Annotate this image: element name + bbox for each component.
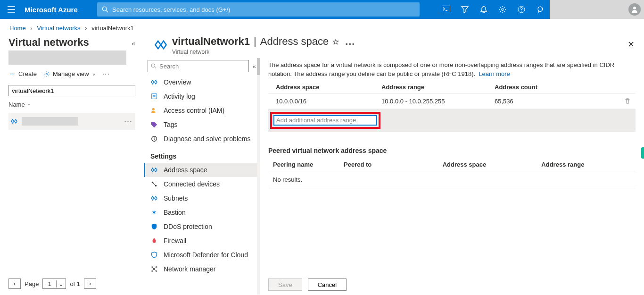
- nav-activity-log[interactable]: Activity log: [144, 89, 260, 103]
- learn-more-link[interactable]: Learn more: [479, 70, 510, 77]
- svg-point-5: [46, 73, 48, 75]
- pager-page-select[interactable]: 1 ⌄: [42, 278, 66, 289]
- manage-view-button[interactable]: Manage view ⌄: [43, 70, 96, 77]
- cloud-shell-icon[interactable]: [437, 0, 455, 19]
- brand-label: Microsoft Azure: [23, 6, 93, 14]
- help-icon[interactable]: [512, 0, 531, 19]
- pager-prev[interactable]: ‹: [8, 278, 21, 289]
- svg-point-2: [502, 8, 504, 11]
- favorite-star-icon[interactable]: ☆: [332, 37, 339, 46]
- shield-icon: [150, 223, 158, 230]
- feedback-icon[interactable]: [531, 0, 550, 19]
- breadcrumb-current: virtualNetwork1: [91, 25, 134, 32]
- nav-overview[interactable]: Overview: [144, 75, 260, 89]
- sidenav-search[interactable]: [148, 60, 249, 72]
- subscription-placeholder: [8, 51, 126, 65]
- vnet-icon: [150, 78, 158, 86]
- address-space-icon: [150, 166, 158, 174]
- breadcrumb-vnets[interactable]: Virtual networks: [37, 25, 80, 32]
- nav-ddos[interactable]: DDoS protection: [144, 219, 260, 234]
- global-search[interactable]: [97, 2, 420, 17]
- settings-icon[interactable]: [493, 0, 512, 19]
- nav-bastion[interactable]: ✶ Bastion: [144, 205, 260, 219]
- vnet-icon: [10, 118, 18, 125]
- name-column-header[interactable]: Name ↑: [8, 101, 135, 108]
- nav-firewall[interactable]: Firewall: [144, 234, 260, 248]
- breadcrumb: Home › Virtual networks › virtualNetwork…: [0, 19, 644, 35]
- resource-type-label: Virtual network: [172, 49, 627, 55]
- collapse-sidenav[interactable]: «: [253, 63, 256, 70]
- item-more-actions[interactable]: ···: [124, 117, 133, 126]
- subnets-icon: [150, 194, 158, 202]
- chevron-down-icon: ⌄: [56, 280, 66, 287]
- firewall-icon: [150, 237, 158, 244]
- save-button[interactable]: Save: [268, 278, 302, 291]
- add-address-range-input[interactable]: [273, 115, 377, 126]
- svg-point-0: [102, 7, 107, 11]
- list-item[interactable]: ···: [8, 113, 135, 130]
- breadcrumb-home[interactable]: Home: [9, 25, 26, 32]
- notifications-icon[interactable]: [474, 0, 493, 19]
- nav-connected-devices[interactable]: Connected devices: [144, 177, 260, 191]
- tag-icon: [150, 121, 158, 128]
- nav-access-control[interactable]: Access control (IAM): [144, 103, 260, 118]
- search-icon: [151, 63, 157, 69]
- no-results-text: No results.: [268, 171, 636, 188]
- avatar-icon: [628, 3, 641, 16]
- connected-icon: [150, 180, 158, 188]
- nav-network-manager[interactable]: Network manager: [144, 262, 260, 276]
- pager-next[interactable]: ›: [84, 278, 96, 289]
- plus-icon: ＋: [8, 69, 16, 78]
- peered-section-title: Peered virtual network address space: [268, 147, 636, 157]
- feedback-side-tab[interactable]: [641, 147, 644, 159]
- bastion-icon: ✶: [150, 209, 158, 216]
- scrollbar-thumb[interactable]: [257, 58, 260, 75]
- search-icon: [102, 6, 108, 13]
- nav-subnets[interactable]: Subnets: [144, 191, 260, 205]
- hamburger-icon: [8, 6, 15, 13]
- pager: ‹ Page 1 ⌄ of 1 ›: [8, 273, 135, 295]
- peered-table-header: Peering name Peered to Address space Add…: [268, 157, 636, 171]
- scrollbar-track: [257, 58, 260, 295]
- svg-point-6: [151, 64, 155, 67]
- network-manager-icon: [150, 265, 158, 273]
- title-more-actions[interactable]: …: [343, 35, 355, 48]
- list-panel-title: Virtual networks: [8, 35, 89, 49]
- create-button[interactable]: ＋ Create: [8, 69, 37, 78]
- svg-point-4: [633, 7, 636, 9]
- filter-icon[interactable]: [455, 0, 474, 19]
- more-actions[interactable]: ···: [102, 70, 110, 78]
- tenant-placeholder: [550, 0, 625, 19]
- collapse-list-panel[interactable]: «: [132, 37, 135, 47]
- vnet-icon: [154, 38, 167, 51]
- nav-diagnose[interactable]: Diagnose and solve problems: [144, 132, 260, 146]
- page-title: virtualNetwork1 | Address space ☆ …: [172, 35, 627, 48]
- defender-icon: [150, 251, 158, 259]
- activity-log-icon: [150, 93, 158, 100]
- nav-tags[interactable]: Tags: [144, 118, 260, 132]
- diagnose-icon: [150, 135, 158, 143]
- sort-up-icon: ↑: [28, 102, 31, 108]
- nav-defender[interactable]: Microsoft Defender for Cloud: [144, 248, 260, 262]
- iam-icon: [150, 107, 158, 114]
- global-search-input[interactable]: [108, 6, 415, 13]
- svg-point-8: [152, 108, 155, 110]
- hamburger-menu[interactable]: [0, 0, 23, 19]
- nav-address-space[interactable]: Address space: [144, 163, 260, 177]
- cancel-button[interactable]: Cancel: [308, 278, 347, 291]
- address-row: 10.0.0.0/16 10.0.0.0 - 10.0.255.255 65,5…: [268, 94, 636, 109]
- description-text: The address space for a virtual network …: [268, 58, 636, 79]
- chevron-down-icon: ⌄: [92, 71, 96, 76]
- gear-icon: [43, 71, 50, 77]
- address-table-header: Address space Address range Address coun…: [268, 79, 636, 94]
- nav-section-settings: Settings: [144, 146, 260, 163]
- account-avatar[interactable]: [625, 0, 644, 19]
- filter-input[interactable]: [8, 85, 135, 96]
- svg-rect-1: [442, 6, 450, 12]
- delete-row-icon[interactable]: [624, 98, 636, 104]
- close-blade-button[interactable]: ✕: [627, 39, 635, 50]
- add-range-highlight: [270, 112, 380, 129]
- item-name-placeholder: [22, 117, 78, 126]
